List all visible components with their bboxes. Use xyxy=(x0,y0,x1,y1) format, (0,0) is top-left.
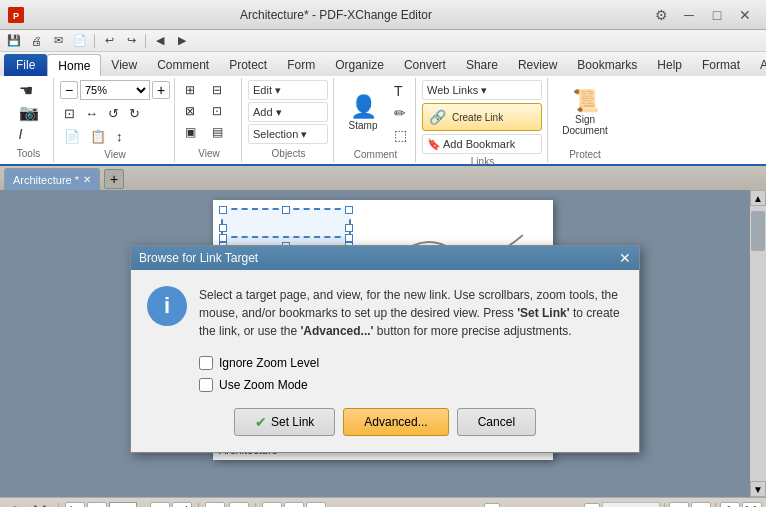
doc-tab-close-btn[interactable]: ✕ xyxy=(83,174,91,185)
view-icon-btn-4[interactable]: ⊡ xyxy=(208,101,234,121)
back-nav-btn[interactable]: ◀ xyxy=(150,32,170,50)
line-btn[interactable]: ⬚ xyxy=(390,125,411,145)
handle-mid-right[interactable] xyxy=(345,224,353,232)
view-icon-btn-2[interactable]: ⊟ xyxy=(208,80,234,100)
camera-tool-btn[interactable]: 📷 xyxy=(15,102,43,122)
objects-ribbon-group: Edit ▾ Add ▾ Selection ▾ Objects xyxy=(244,78,334,162)
rotate-btn[interactable]: ↺ xyxy=(104,103,123,123)
fit-page-btn[interactable]: ⊡ xyxy=(60,103,79,123)
tab-form[interactable]: Form xyxy=(277,54,325,76)
tab-file[interactable]: File xyxy=(4,54,47,76)
tab-arrange[interactable]: Arrange xyxy=(750,54,766,76)
text-comment-btn[interactable]: T xyxy=(390,81,411,101)
settings-icon[interactable]: ⚙ xyxy=(648,5,674,25)
new-tab-btn[interactable]: + xyxy=(104,169,124,189)
settings-status-btn[interactable]: ⚙ xyxy=(4,501,26,508)
sign-document-btn[interactable]: 📜 Sign Document xyxy=(562,80,608,146)
stamp-btn[interactable]: 👤 Stamp xyxy=(340,80,386,146)
current-page-input[interactable] xyxy=(109,502,137,508)
page-view-btn[interactable]: 📄 xyxy=(60,126,84,146)
tab-protect[interactable]: Protect xyxy=(219,54,277,76)
zoom-plus-btn[interactable]: + xyxy=(584,503,600,508)
handle-top-mid[interactable] xyxy=(282,206,290,214)
view-mode-btn-3[interactable]: ≡ xyxy=(306,502,326,508)
extra-btn-2[interactable]: ⊡ xyxy=(691,502,711,508)
tab-format[interactable]: Format xyxy=(692,54,750,76)
tab-organize[interactable]: Organize xyxy=(325,54,394,76)
tab-view[interactable]: View xyxy=(101,54,147,76)
ignore-zoom-checkbox[interactable] xyxy=(199,356,213,370)
redo-quick-btn[interactable]: ↪ xyxy=(121,32,141,50)
first-page-btn[interactable]: |◀ xyxy=(65,502,85,508)
fit-width-btn[interactable]: ↔ xyxy=(81,103,102,123)
next-page-btn[interactable]: ▶ xyxy=(150,502,170,508)
tab-home[interactable]: Home xyxy=(47,54,101,76)
two-page-btn[interactable]: 📋 xyxy=(86,126,110,146)
view-icon-btn-3[interactable]: ⊠ xyxy=(181,101,207,121)
comment-ribbon-group: 👤 Stamp T ✏ ⬚ Comment xyxy=(336,78,416,162)
selection-dropdown-btn[interactable]: Selection ▾ xyxy=(248,124,328,144)
scroll-track[interactable] xyxy=(750,206,766,481)
view-mode-btn-2[interactable]: ↕ xyxy=(284,502,304,508)
back-arrow-btn[interactable]: ← xyxy=(205,502,225,508)
new-quick-btn[interactable]: 📄 xyxy=(70,32,90,50)
markup-btn[interactable]: ✏ xyxy=(390,103,411,123)
save-quick-btn[interactable]: 💾 xyxy=(4,32,24,50)
add-bookmark-btn[interactable]: 🔖 Add Bookmark xyxy=(422,134,542,154)
tab-bookmarks[interactable]: Bookmarks xyxy=(567,54,647,76)
tab-convert[interactable]: Convert xyxy=(394,54,456,76)
zoom-select[interactable]: 75% 100% 125% 150% xyxy=(80,80,150,100)
expand-status-btn[interactable]: ❯❯ xyxy=(30,501,52,508)
tab-help[interactable]: Help xyxy=(647,54,692,76)
view-icon-btn-5[interactable]: ▣ xyxy=(181,122,207,142)
extra-btn-3[interactable]: ❯ xyxy=(720,502,740,508)
scroll-down-btn[interactable]: ▼ xyxy=(750,481,766,497)
extra-btn-4[interactable]: ❯❯ xyxy=(742,502,762,508)
handle2-top-right[interactable] xyxy=(345,234,353,242)
print-quick-btn[interactable]: 🖨 xyxy=(26,32,46,50)
scroll-up-btn[interactable]: ▲ xyxy=(750,190,766,206)
text-cursor-btn[interactable]: I xyxy=(15,124,27,144)
extra-btn-1[interactable]: ↔ xyxy=(669,502,689,508)
scroll-btn[interactable]: ↕ xyxy=(112,126,127,146)
zoom-minus-btn[interactable]: − xyxy=(484,503,500,508)
handle2-top-left[interactable] xyxy=(219,234,227,242)
view-icon-btn-6[interactable]: ▤ xyxy=(208,122,234,142)
use-zoom-checkbox[interactable] xyxy=(199,378,213,392)
view-icon-btn-1[interactable]: ⊞ xyxy=(181,80,207,100)
tab-review[interactable]: Review xyxy=(508,54,567,76)
handle-top-right[interactable] xyxy=(345,206,353,214)
prev-page-btn[interactable]: ◀ xyxy=(87,502,107,508)
edit-dropdown-btn[interactable]: Edit ▾ xyxy=(248,80,328,100)
tab-share[interactable]: Share xyxy=(456,54,508,76)
view-mode-btn-1[interactable]: ⊡ xyxy=(262,502,282,508)
page-navigation: |◀ ◀ /9 ▶ ▶| xyxy=(65,502,192,508)
minimize-button[interactable]: ─ xyxy=(676,5,702,25)
zoom-out-btn[interactable]: − xyxy=(60,81,78,99)
zoom-in-btn[interactable]: + xyxy=(152,81,170,99)
forward-arrow-btn[interactable]: → xyxy=(229,502,249,508)
close-button[interactable]: ✕ xyxy=(732,5,758,25)
maximize-button[interactable]: □ xyxy=(704,5,730,25)
create-link-btn[interactable]: 🔗 Create Link xyxy=(422,103,542,131)
set-link-button[interactable]: ✔ Set Link xyxy=(234,408,335,436)
web-links-btn[interactable]: Web Links ▾ xyxy=(422,80,542,100)
undo-quick-btn[interactable]: ↩ xyxy=(99,32,119,50)
add-dropdown-btn[interactable]: Add ▾ xyxy=(248,102,328,122)
cancel-button[interactable]: Cancel xyxy=(457,408,536,436)
vertical-scrollbar[interactable]: ▲ ▼ xyxy=(750,190,766,497)
tab-comment[interactable]: Comment xyxy=(147,54,219,76)
handle-top-left[interactable] xyxy=(219,206,227,214)
last-page-btn[interactable]: ▶| xyxy=(172,502,192,508)
zoom-select-status[interactable]: 75% 100% 125% xyxy=(602,502,660,508)
advanced-button[interactable]: Advanced... xyxy=(343,408,448,436)
forward-nav-btn[interactable]: ▶ xyxy=(172,32,192,50)
rotate-ccw-btn[interactable]: ↻ xyxy=(125,103,144,123)
hand-tool-btn[interactable]: ☚ xyxy=(15,80,37,100)
handle-mid-left[interactable] xyxy=(219,224,227,232)
dialog-close-btn[interactable]: ✕ xyxy=(619,250,631,266)
document-tab-architecture[interactable]: Architecture * ✕ xyxy=(4,168,100,190)
scroll-thumb[interactable] xyxy=(751,211,765,251)
window-title: Architecture* - PDF-XChange Editor xyxy=(30,8,642,22)
email-quick-btn[interactable]: ✉ xyxy=(48,32,68,50)
